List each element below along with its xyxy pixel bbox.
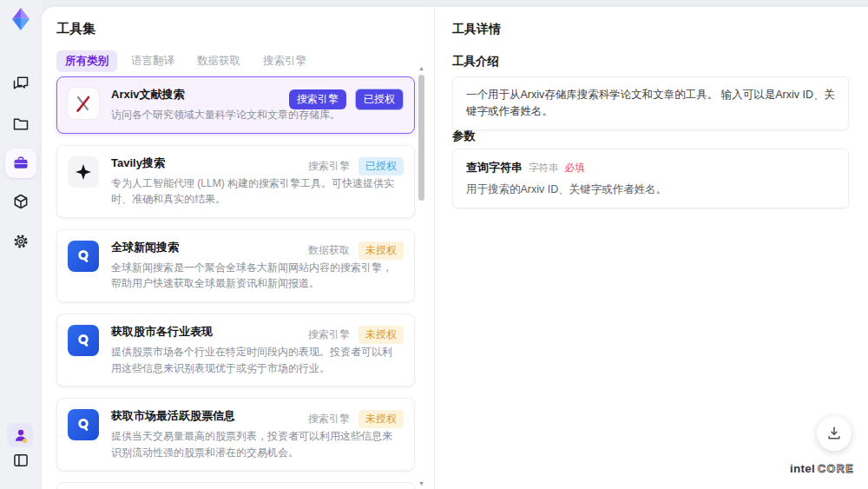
main-card: 工具集 所有类别 语言翻译 数据获取 搜索引擎 Arxiv文献搜索 访问 <box>42 7 868 489</box>
core-wordmark: CORE <box>818 463 854 475</box>
tool-name: Tavily搜索 <box>111 155 319 171</box>
left-rail <box>0 0 42 489</box>
news-search-icon <box>68 325 99 356</box>
category-badge: 搜索引擎 <box>289 89 346 109</box>
intel-wordmark: intel <box>790 462 815 475</box>
params-heading: 参数 <box>452 129 476 144</box>
toolbox-icon[interactable] <box>12 155 30 172</box>
category-tag: 搜索引擎 <box>308 327 350 342</box>
app-logo-icon[interactable] <box>8 6 34 32</box>
tool-desc: 专为人工智能代理 (LLM) 构建的搜索引擎工具。可快速提供实时、准确和真实的结… <box>111 175 404 208</box>
intel-core-logo: intel CORE <box>790 462 854 475</box>
param-required-flag: 必填 <box>565 162 585 175</box>
chat-icon[interactable] <box>12 75 30 92</box>
tool-desc: 提供当天交易量最高的股票列表，投资者可以利用这些信息来识别流动性强的股票和潜在的… <box>111 428 404 460</box>
tab-language-translation[interactable]: 语言翻译 <box>122 50 183 72</box>
tool-row-global-news[interactable]: 全球新闻搜索 全球新闻搜索是一个聚合全球各大新闻网站内容的搜索引擎，帮助用户快速… <box>56 229 415 302</box>
tool-list: Arxiv文献搜索 访问各个研究领域大量科学论文和文章的存储库。 搜索引擎 已授… <box>56 76 415 489</box>
news-search-icon <box>68 409 99 440</box>
scrollbar-thumb[interactable] <box>418 75 424 201</box>
tool-row-arxiv[interactable]: Arxiv文献搜索 访问各个研究领域大量科学论文和文章的存储库。 搜索引擎 已授… <box>56 76 415 134</box>
tool-desc: 全球新闻搜索是一个聚合全球各大新闻网站内容的搜索引擎，帮助用户快速获取全球最新资… <box>111 260 404 292</box>
auth-badge: 已授权 <box>355 89 404 110</box>
param-name: 查询字符串 <box>466 160 523 175</box>
gear-icon[interactable] <box>12 233 30 250</box>
param-desc: 用于搜索的Arxiv ID、关键字或作者姓名。 <box>466 182 835 197</box>
cube-icon[interactable] <box>12 193 30 210</box>
user-icon[interactable] <box>12 426 30 444</box>
tool-name: Arxiv文献搜索 <box>111 87 319 102</box>
tab-all-categories[interactable]: 所有类别 <box>56 50 117 72</box>
tool-row-regional-news[interactable]: 万维地区新闻查询 查询具体行政区划内的新闻，快速了解各地新闻动 搜索引擎 未授权 <box>56 482 415 489</box>
tab-search-engine[interactable]: 搜索引擎 <box>254 50 315 72</box>
sparkle-icon <box>68 156 99 188</box>
news-search-icon <box>68 241 99 272</box>
category-tag: 搜索引擎 <box>308 159 350 174</box>
list-scrollbar[interactable]: ▲ ▼ <box>418 64 425 487</box>
tool-list-panel: 工具集 所有类别 语言翻译 数据获取 搜索引擎 Arxiv文献搜索 访问 <box>42 7 434 489</box>
category-tag: 数据获取 <box>308 243 350 258</box>
tool-row-tavily[interactable]: Tavily搜索 专为人工智能代理 (LLM) 构建的搜索引擎工具。可快速提供实… <box>56 145 415 218</box>
detail-title: 工具详情 <box>452 22 501 37</box>
category-tag: 搜索引擎 <box>308 412 350 426</box>
user-status-dot <box>23 439 27 443</box>
page-title: 工具集 <box>56 21 95 37</box>
category-tabs: 所有类别 语言翻译 数据获取 搜索引擎 <box>56 50 315 72</box>
param-card: 查询字符串 字符串 必填 用于搜索的Arxiv ID、关键字或作者姓名。 <box>452 149 849 208</box>
tool-name: 获取股市各行业表现 <box>111 324 319 340</box>
tool-name: 全球新闻搜索 <box>111 240 319 255</box>
auth-badge: 未授权 <box>358 410 404 428</box>
tool-detail-panel: 工具详情 工具介绍 一个用于从Arxiv存储库搜索科学论文和文章的工具。 输入可… <box>435 7 868 489</box>
arxiv-icon <box>68 88 99 119</box>
auth-badge: 未授权 <box>358 241 404 260</box>
auth-badge: 已授权 <box>358 157 404 175</box>
intro-box: 一个用于从Arxiv存储库搜索科学论文和文章的工具。 输入可以是Arxiv ID… <box>452 76 849 130</box>
scroll-down-arrow[interactable]: ▼ <box>418 479 425 487</box>
tool-desc: 提供股票市场各个行业在特定时间段内的表现。投资者可以利用这些信息来识别表现优于或… <box>111 344 404 376</box>
sidebar-toggle-icon[interactable] <box>12 452 30 469</box>
tool-name: 获取市场最活跃股票信息 <box>111 408 319 424</box>
param-type: 字符串 <box>529 162 559 175</box>
folder-icon[interactable] <box>12 116 30 133</box>
download-button[interactable] <box>817 416 852 451</box>
auth-badge: 未授权 <box>358 326 404 344</box>
tool-row-sector-performance[interactable]: 获取股市各行业表现 提供股票市场各个行业在特定时间段内的表现。投资者可以利用这些… <box>56 314 415 387</box>
tab-data-fetch[interactable]: 数据获取 <box>188 50 249 72</box>
scroll-up-arrow[interactable]: ▲ <box>418 64 425 72</box>
intro-heading: 工具介绍 <box>452 54 499 69</box>
tool-row-most-active-stocks[interactable]: 获取市场最活跃股票信息 提供当天交易量最高的股票列表，投资者可以利用这些信息来识… <box>56 398 415 471</box>
